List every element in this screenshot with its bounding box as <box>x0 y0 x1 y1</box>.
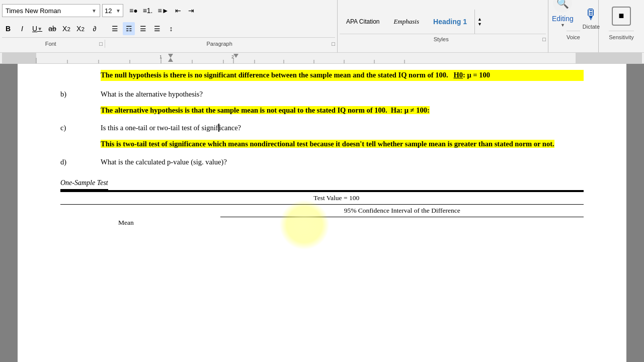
bold-button[interactable]: B <box>2 22 14 35</box>
table-empty-cell-5 <box>192 204 220 217</box>
document-area: The null hypothesis is there is no signi… <box>0 64 644 362</box>
styles-label-row: Styles □ <box>340 34 546 43</box>
list-label-d: d) <box>60 157 101 168</box>
voice-icons-row: 🔍 Editing ▼ 🎙 Dictate <box>547 2 600 30</box>
answer-c-block: This is two-tail test of significance wh… <box>101 139 584 150</box>
underline-button[interactable]: U ▼ <box>30 22 44 35</box>
dictate-label: Dictate <box>583 24 600 30</box>
font-size-dropdown-arrow[interactable]: ▼ <box>116 8 121 14</box>
list-buttons: ≡● ≡1. ≡► ⇤ ⇥ <box>127 4 197 17</box>
svg-text:2: 2 <box>231 54 234 59</box>
align-right-button[interactable]: ☰ <box>137 22 149 35</box>
null-hypothesis-block: The null hypothesis is there is no signi… <box>101 70 584 81</box>
style-apa-citation[interactable]: APA Citation <box>340 12 386 32</box>
answer-b-block: The alternative hypothesis is that the s… <box>101 105 584 116</box>
sensitivity-label-row: Sensitivity <box>609 31 634 41</box>
sensitivity-icon: ■ <box>612 7 631 26</box>
null-hypothesis-text: The null hypothesis is there is no signi… <box>101 70 584 81</box>
multilevel-list-button[interactable]: ≡► <box>155 4 171 17</box>
doc-content: The null hypothesis is there is no signi… <box>60 64 584 229</box>
paragraph-expand-icon[interactable]: □ <box>332 41 335 47</box>
svg-rect-2 <box>576 53 642 64</box>
decrease-indent-button[interactable]: ⇤ <box>172 4 184 17</box>
toolbar-left: Times New Roman ▼ 12 ▼ ≡● ≡1. ≡► ⇤ ⇥ B I… <box>0 0 337 52</box>
ruler: 1 2 <box>0 53 644 64</box>
answer-c-text: This is two-tail test of significance wh… <box>101 140 554 148</box>
dictate-button[interactable]: 🎙 Dictate <box>583 6 600 30</box>
superscript-button[interactable]: X2 <box>74 22 87 35</box>
toolbar-row1: Times New Roman ▼ 12 ▼ ≡● ≡1. ≡► ⇤ ⇥ <box>2 1 335 20</box>
align-left-button[interactable]: ☰ <box>109 22 121 35</box>
font-name-box[interactable]: Times New Roman ▼ <box>2 4 100 17</box>
style-emphasis[interactable]: Emphasis <box>387 12 426 32</box>
list-item-b: b) What is the alternative hypothesis? <box>60 89 584 100</box>
table-title: One-Sample Test <box>60 179 108 190</box>
clear-format-button[interactable]: ∂ <box>89 22 101 35</box>
styles-expand-icon[interactable]: □ <box>542 36 546 42</box>
list-label-b: b) <box>60 89 101 100</box>
table-empty-label-cell <box>60 217 89 229</box>
font-name-text: Times New Roman <box>6 7 61 15</box>
italic-button[interactable]: I <box>16 22 28 35</box>
table-empty-cell-2 <box>60 204 89 217</box>
styles-dropdown-arrow[interactable]: ▲ ▼ <box>474 10 485 34</box>
table-empty-cell-4 <box>163 204 191 217</box>
font-section-label: Font <box>2 41 99 47</box>
sensitivity-section: ■ Sensitivity <box>599 0 644 52</box>
paragraph-section-label: Paragraph <box>107 41 332 47</box>
subscript-button[interactable]: X2 <box>60 22 72 35</box>
table-section: One-Sample Test Test Value = 100 <box>60 178 584 229</box>
voice-label-row: Voice <box>567 31 580 41</box>
microphone-icon: 🎙 <box>584 6 598 23</box>
question-d-text: What is the calculated p-value (sig. val… <box>101 157 584 168</box>
editing-search-icon: 🔍 <box>553 0 572 13</box>
svg-rect-0 <box>2 53 642 64</box>
table-mean-label-cell: Mean <box>89 217 163 229</box>
sensitivity-icon-area: ■ <box>612 2 631 30</box>
ordered-list-button[interactable]: ≡1. <box>141 4 155 17</box>
answer-b-text: The alternative hypothesis is that the s… <box>101 106 430 114</box>
list-item-c: c) Is this a one-tail or two-tail test o… <box>60 123 584 134</box>
toolbar-row2: B I U ▼ ab X2 X2 ∂ ☰ ☶ ☰ ☰ ↕ <box>2 20 335 37</box>
style-heading1[interactable]: Heading 1 <box>427 12 473 32</box>
sensitivity-section-label: Sensitivity <box>609 34 634 40</box>
font-name-dropdown-arrow[interactable]: ▼ <box>92 8 97 14</box>
document-page[interactable]: The null hypothesis is there is no signi… <box>18 64 626 362</box>
question-c-text: Is this a one-tail or two-tail test of s… <box>101 123 584 134</box>
line-spacing-button[interactable]: ↕ <box>165 22 177 35</box>
table-test-value-header: Test Value = 100 <box>89 192 584 205</box>
svg-text:1: 1 <box>159 54 162 59</box>
align-center-button[interactable]: ☶ <box>123 22 135 35</box>
question-b-text: What is the alternative hypothesis? <box>101 89 584 100</box>
editing-label: Editing <box>552 15 574 23</box>
editing-section[interactable]: 🔍 Editing ▼ <box>547 0 579 30</box>
voice-section: 🔍 Editing ▼ 🎙 Dictate Voice <box>548 0 599 52</box>
font-size-text: 12 <box>105 7 112 15</box>
table-title-row: One-Sample Test <box>60 178 584 191</box>
table-empty-cell-1 <box>60 192 89 205</box>
editing-dropdown[interactable]: ▼ <box>560 23 565 28</box>
styles-section-label: Styles <box>340 36 542 42</box>
font-size-box[interactable]: 12 ▼ <box>102 4 123 17</box>
toolbar: Times New Roman ▼ 12 ▼ ≡● ≡1. ≡► ⇤ ⇥ B I… <box>0 0 644 53</box>
list-label-c: c) <box>60 123 101 134</box>
increase-indent-button[interactable]: ⇥ <box>185 4 197 17</box>
svg-rect-1 <box>2 53 36 64</box>
stats-table: Test Value = 100 95% Confidence Interval… <box>60 191 584 229</box>
justify-button[interactable]: ☰ <box>151 22 163 35</box>
table-confidence-row: 95% Confidence Interval of the Differenc… <box>60 204 584 217</box>
styles-row: APA Citation Emphasis Heading 1 ▲ ▼ <box>340 10 546 34</box>
voice-section-label: Voice <box>567 34 580 40</box>
table-confidence-header: 95% Confidence Interval of the Differenc… <box>220 204 584 217</box>
table-empty-cell-3 <box>89 204 163 217</box>
unordered-list-button[interactable]: ≡● <box>127 4 140 17</box>
strikethrough-button[interactable]: ab <box>46 22 58 35</box>
ruler-svg: 1 2 <box>2 53 642 64</box>
styles-section: APA Citation Emphasis Heading 1 ▲ ▼ Styl… <box>337 0 548 52</box>
table-test-value-row: Test Value = 100 <box>60 192 584 205</box>
font-expand-icon[interactable]: □ <box>99 41 103 47</box>
list-item-d: d) What is the calculated p-value (sig. … <box>60 157 584 168</box>
toolbar-labels-row: Font □ Paragraph □ <box>2 37 335 48</box>
table-mean-row: Mean <box>60 217 584 229</box>
